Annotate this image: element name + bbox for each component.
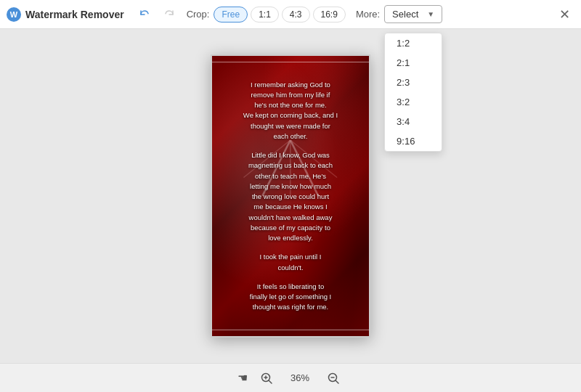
svg-line-13 <box>336 380 338 383</box>
select-dropdown-button[interactable]: Select ▼ <box>384 5 442 23</box>
redo-icon <box>163 9 175 20</box>
dropdown-item-9-16[interactable]: 9:16 <box>385 131 442 151</box>
zoom-out-button[interactable] <box>323 368 344 388</box>
close-button[interactable]: ✕ <box>553 4 575 25</box>
zoom-in-icon <box>260 372 273 385</box>
undo-button[interactable] <box>134 4 155 25</box>
image-text-block-2: Little did I know, God wasmagnetting us … <box>248 150 333 243</box>
undo-icon <box>139 9 150 20</box>
svg-line-10 <box>269 380 272 383</box>
select-label: Select <box>392 9 418 20</box>
redo-button[interactable] <box>159 4 179 25</box>
crop-1-1-button[interactable]: 1:1 <box>251 7 279 23</box>
dropdown-item-3-2[interactable]: 3:2 <box>385 92 442 112</box>
image-text-overlay: I remember asking God toremove him from … <box>212 56 369 336</box>
dropdown-item-1-2[interactable]: 1:2 <box>385 33 442 53</box>
image-text-block-3: I took the pain until Icouldn't. <box>259 252 321 273</box>
crop-4-3-button[interactable]: 4:3 <box>282 7 310 23</box>
dropdown-menu: 1:2 2:1 2:3 3:2 3:4 9:16 <box>384 33 442 152</box>
close-icon: ✕ <box>559 7 570 23</box>
svg-text:W: W <box>10 10 18 19</box>
status-bar: ☚ 36% <box>0 363 581 392</box>
crop-options: Free 1:1 4:3 16:9 <box>214 7 345 23</box>
dropdown-item-2-1[interactable]: 2:1 <box>385 53 442 73</box>
hand-icon[interactable]: ☚ <box>237 371 248 385</box>
crop-free-button[interactable]: Free <box>214 7 248 23</box>
zoom-out-icon <box>327 372 340 385</box>
toolbar: W Watermark Remover Crop: Free 1:1 4:3 1… <box>0 0 581 29</box>
image-preview: I remember asking God toremove him from … <box>211 54 370 338</box>
more-label: More: <box>356 9 380 20</box>
canvas-area: I remember asking God toremove him from … <box>0 29 581 363</box>
zoom-in-button[interactable] <box>256 368 277 388</box>
chevron-down-icon: ▼ <box>427 10 434 18</box>
app-logo-icon: W <box>6 7 22 23</box>
app-logo: W Watermark Remover <box>6 7 124 23</box>
dropdown-item-3-4[interactable]: 3:4 <box>385 112 442 131</box>
select-dropdown-container: Select ▼ 1:2 2:1 2:3 3:2 3:4 9:16 <box>384 5 442 23</box>
image-text-block-1: I remember asking God toremove him from … <box>243 80 338 142</box>
zoom-level: 36% <box>285 372 314 383</box>
crop-16-9-button[interactable]: 16:9 <box>313 7 346 23</box>
crop-label: Crop: <box>187 9 210 20</box>
image-text-block-4: It feels so liberating tofinally let go … <box>250 282 331 313</box>
app-title: Watermark Remover <box>25 9 124 20</box>
dropdown-item-2-3[interactable]: 2:3 <box>385 73 442 92</box>
